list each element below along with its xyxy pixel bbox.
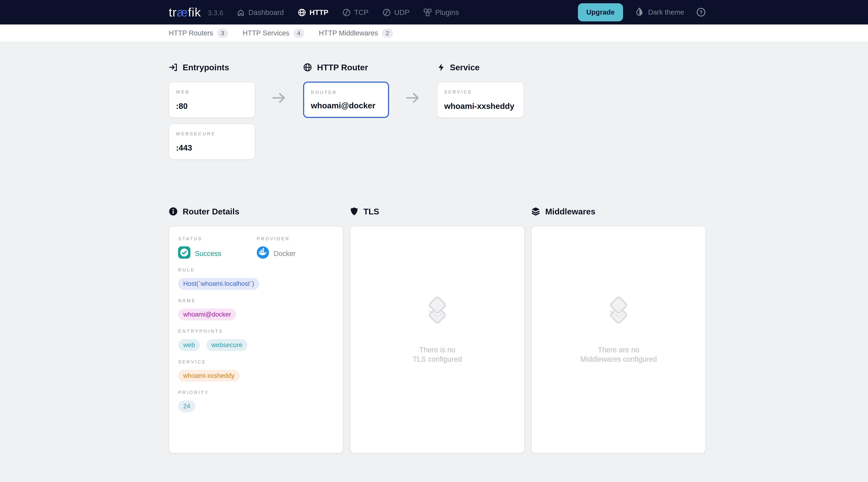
tab-count-badge: 3 [217,29,228,38]
tab-http-middlewares[interactable]: HTTP Middlewares 2 [319,29,393,38]
tab-http-routers[interactable]: HTTP Routers 3 [169,29,228,38]
router-details-title: Router Details [169,207,343,216]
shield-icon [350,207,358,216]
middlewares-title: Middlewares [531,207,706,216]
svg-text:?: ? [700,9,703,15]
logo-ae: æ [177,5,188,19]
service-pill: whoami-xxsheddy [178,370,239,382]
upgrade-button[interactable]: Upgrade [578,3,623,21]
home-icon [237,8,245,17]
entrypoint-card-web[interactable]: WEB :80 [169,82,255,118]
nav-item-plugins[interactable]: Plugins [424,8,459,17]
cubes-icon [424,8,432,17]
top-navbar: træfik 3.3.6 Dashboard HTTP [0,0,868,25]
theme-toggle[interactable]: Dark theme [635,7,684,18]
router-details-card: STATUS Success PROVIDER [169,226,343,454]
help-icon[interactable]: ? [696,7,706,17]
provider-label: PROVIDER [257,236,296,241]
status-label: STATUS [178,236,257,241]
main-nav: Dashboard HTTP TCP [237,8,459,17]
empty-layers-icon [424,296,452,326]
provider-value: Docker [274,250,296,258]
tab-count-badge: 2 [382,29,393,38]
service-card[interactable]: SERVICE whoami-xxsheddy [437,82,524,118]
rule-label: RULE [178,267,334,272]
http-subnav: HTTP Routers 3 HTTP Services 4 HTTP Midd… [0,25,868,42]
flow-arrow-icon [272,92,287,160]
nav-item-tcp[interactable]: TCP [342,8,369,17]
layers-icon [531,207,540,216]
card-value: :80 [176,101,187,111]
logo-text: fik [188,5,201,19]
tls-empty-message: There is no TLS configured [413,345,462,364]
router-details-column: Router Details STATUS Success [169,207,343,454]
nav-label: TCP [354,8,369,17]
name-label: NAME [178,298,334,303]
entrypoints-label: ENTRYPOINTS [178,329,334,334]
entrypoints-section-title: Entrypoints [169,62,255,72]
card-label: WEBSECURE [176,131,216,136]
entrypoint-pill: websecure [207,339,247,351]
theme-toggle-label: Dark theme [648,8,684,16]
proxy-icon [382,8,391,17]
service-label: SERVICE [178,359,334,364]
priority-label: PRIORITY [178,390,334,395]
details-section: Router Details STATUS Success [169,207,706,454]
card-label: WEB [176,89,190,94]
card-value: whoami@docker [311,101,375,110]
nav-item-udp[interactable]: UDP [382,8,409,17]
card-label: SERVICE [444,89,472,94]
entrypoint-pill: web [178,339,200,351]
docker-icon [257,246,269,261]
priority-pill: 24 [178,400,195,412]
middlewares-column: Middlewares There are no Middlewares con… [531,207,706,454]
tab-label: HTTP Services [243,29,289,37]
empty-layers-icon [604,296,632,326]
middlewares-card: There are no Middlewares configured [531,226,706,454]
nav-label: Plugins [435,8,459,17]
info-icon [169,207,178,216]
tls-title: TLS [350,207,525,216]
card-value: :443 [176,143,192,152]
tab-count-badge: 4 [293,29,304,38]
globe-icon [298,8,306,17]
version-label: 3.3.6 [208,9,223,17]
nav-label: HTTP [310,8,329,17]
login-arrow-icon [169,63,178,72]
flow-arrow-icon [406,92,421,160]
lightning-bolt-icon [437,63,445,71]
tls-card: There is no TLS configured [350,226,525,454]
nav-item-http[interactable]: HTTP [298,8,328,17]
router-flow-section: Entrypoints WEB :80 WEBSECURE :443 [169,62,706,160]
nav-label: Dashboard [248,8,284,17]
rule-pill: Host(`whoami.localhost`) [178,278,259,290]
status-badge: Success [195,250,221,258]
globe-icon [303,63,312,72]
traefik-dashboard: træfik 3.3.6 Dashboard HTTP [0,0,868,482]
card-label: ROUTER [311,90,337,95]
nav-item-dashboard[interactable]: Dashboard [237,8,284,17]
service-section-title: Service [437,62,524,72]
middlewares-empty-message: There are no Middlewares configured [580,345,657,364]
tab-http-services[interactable]: HTTP Services 4 [243,29,304,38]
router-card[interactable]: ROUTER whoami@docker [303,82,389,118]
proxy-icon [342,8,351,17]
name-pill: whoami@docker [178,308,236,320]
tab-label: HTTP Middlewares [319,29,378,37]
tab-label: HTTP Routers [169,29,213,37]
nav-label: UDP [394,8,409,17]
card-value: whoami-xxsheddy [444,101,515,111]
tls-column: TLS There is no TLS configured [350,207,525,454]
traefik-logo[interactable]: træfik [169,5,201,19]
success-check-icon [178,246,190,261]
http-router-section-title: HTTP Router [303,62,389,72]
entrypoint-card-websecure[interactable]: WEBSECURE :443 [169,123,255,160]
logo-text: tr [169,5,177,19]
contrast-droplet-icon [635,7,644,18]
